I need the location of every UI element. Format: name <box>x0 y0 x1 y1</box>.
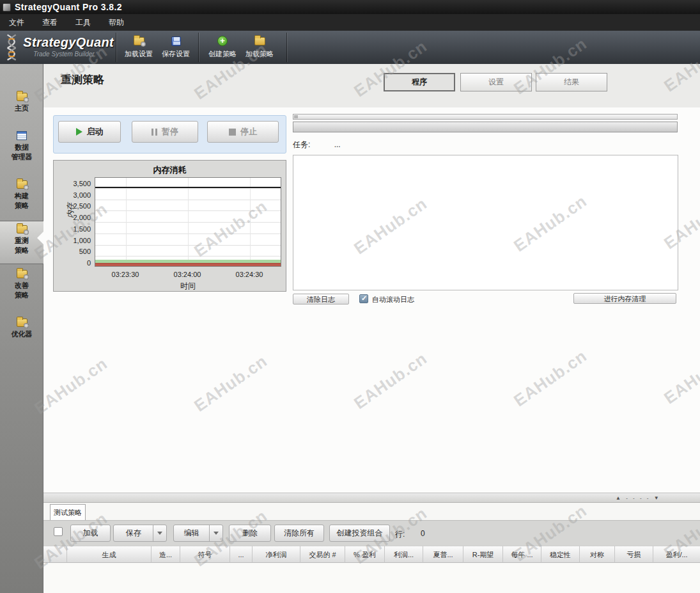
column-r-expectancy[interactable]: R-期望 <box>463 546 503 563</box>
y-tick: 3,500 <box>63 180 91 187</box>
save-split-button[interactable]: 保存 <box>113 525 167 542</box>
sidebar-item-improve-strategies[interactable]: 改善 策略 <box>0 270 43 300</box>
tab-tested-strategies[interactable]: 测试策略 <box>50 504 86 521</box>
column-symbol[interactable]: 符号 <box>180 546 230 563</box>
column-generated[interactable]: 生成 <box>67 546 152 563</box>
stop-button[interactable]: 停止 <box>207 121 279 143</box>
y-tick: 3,000 <box>63 191 91 199</box>
folder-gear-icon <box>17 319 27 327</box>
create-strategy-button[interactable]: + 创建策略 <box>205 35 240 61</box>
task-row: 任务: ... <box>293 139 341 150</box>
column-net-profit[interactable]: 净利润 <box>253 546 300 563</box>
column-profit-factor[interactable]: 利润... <box>385 546 423 563</box>
clear-all-button[interactable]: 清除所有 <box>274 525 324 542</box>
pause-icon <box>152 129 157 136</box>
create-portfolio-button[interactable]: 创建投资组合 <box>329 525 390 542</box>
column-misc[interactable]: ... <box>230 546 253 563</box>
column-stability[interactable]: 稳定性 <box>541 546 580 563</box>
load-strategy-button[interactable]: 加载策略 <box>242 35 277 61</box>
load-settings-button[interactable]: 加载设置 <box>121 35 157 61</box>
log-output[interactable] <box>293 155 678 290</box>
folder-gear-icon <box>17 225 27 233</box>
results-table-header: 生成 造... 符号 ... 净利润 交易的 # % 盈利 利润... 夏普..… <box>43 546 700 563</box>
sidebar-item-label: 策略 <box>0 290 43 300</box>
menubar: 文件 查看 工具 帮助 <box>0 14 700 31</box>
chart-plot-area <box>95 177 281 267</box>
progress-bar-small <box>293 114 678 120</box>
menu-help[interactable]: 帮助 <box>100 17 133 28</box>
save-label[interactable]: 保存 <box>114 525 153 541</box>
gridline <box>126 178 127 266</box>
column-profit-dd[interactable]: 盈利/... <box>653 546 700 563</box>
sidebar-item-optimizer[interactable]: 优化器 <box>0 319 43 339</box>
menu-tools[interactable]: 工具 <box>66 17 100 28</box>
results-table-body[interactable] <box>43 563 700 593</box>
y-axis-label: 内存 <box>65 203 76 218</box>
toolbar-separator <box>286 33 287 62</box>
autoscroll-checkbox[interactable] <box>359 294 368 303</box>
tab-settings[interactable]: 设置 <box>460 73 532 91</box>
sidebar-item-data-manager[interactable]: 数据 管理器 <box>0 131 43 162</box>
column-drawdown[interactable]: 亏损 <box>615 546 653 563</box>
sidebar: 主页 数据 管理器 构建 策略 重测 策略 改善 策略 优化器 <box>0 64 43 593</box>
menu-view[interactable]: 查看 <box>33 17 66 28</box>
save-settings-button[interactable]: 保存设置 <box>158 35 194 61</box>
chevron-down-icon <box>214 532 219 535</box>
panel-splitter[interactable]: ▲ - - - - ▼ <box>43 493 700 503</box>
used-memory-area <box>95 263 281 266</box>
tab-program[interactable]: 程序 <box>384 73 455 91</box>
delete-button[interactable]: 删除 <box>229 525 271 542</box>
sidebar-item-label: 构建 <box>0 191 43 201</box>
sidebar-item-build-strategies[interactable]: 构建 策略 <box>0 180 43 210</box>
column-pct-profit[interactable]: % 盈利 <box>345 546 385 563</box>
edit-split-button[interactable]: 编辑 <box>173 525 223 542</box>
collapse-up-icon[interactable]: ▲ <box>616 495 623 501</box>
sidebar-item-label: 策略 <box>0 201 43 210</box>
memory-limit-line <box>95 187 281 188</box>
select-all-checkbox[interactable] <box>54 527 63 536</box>
toolbar-separator <box>198 33 199 62</box>
column-timeframe[interactable]: 造... <box>152 546 180 563</box>
column-trades[interactable]: 交易的 # <box>300 546 345 563</box>
run-control-panel: 启动 暂停 停止 <box>53 115 286 154</box>
edit-dropdown-arrow[interactable] <box>209 525 222 541</box>
page-title: 重测策略 <box>61 72 104 87</box>
start-button[interactable]: 启动 <box>58 121 121 143</box>
main-toolbar: StrategyQuant Trade System Builder 加载设置 … <box>0 31 700 64</box>
y-tick: 0 <box>63 259 91 267</box>
start-label: 启动 <box>87 126 104 138</box>
save-settings-label: 保存设置 <box>158 49 194 59</box>
menu-file[interactable]: 文件 <box>0 17 33 28</box>
sidebar-item-home[interactable]: 主页 <box>0 93 43 113</box>
databank-toolbar: 加载 保存 编辑 删除 清除所有 创建投资组合 行: 0 <box>43 520 700 546</box>
collapse-down-icon[interactable]: ▼ <box>654 495 661 501</box>
gridline <box>188 178 189 266</box>
sidebar-item-label: 优化器 <box>0 329 43 339</box>
pause-button[interactable]: 暂停 <box>132 121 198 143</box>
edit-label[interactable]: 编辑 <box>174 525 209 541</box>
main-content: 重测策略 程序 设置 结果 启动 暂停 停止 内存消耗 <box>43 64 700 593</box>
column-per-year[interactable]: 每年 ... <box>503 546 541 563</box>
folder-gear-icon <box>17 93 27 101</box>
clear-log-button[interactable]: 清除日志 <box>293 294 349 304</box>
folder-gear-icon <box>17 180 27 189</box>
column-symmetry[interactable]: 对称 <box>580 546 615 563</box>
splitter-controls[interactable]: ▲ - - - - ▼ <box>616 495 661 501</box>
window-titlebar: StrategyQuant Pro 3.8.2 <box>0 0 700 14</box>
load-button[interactable]: 加载 <box>70 525 111 542</box>
gridline <box>250 178 251 266</box>
column-checkbox[interactable] <box>43 546 67 563</box>
task-label: 任务: <box>293 140 310 149</box>
save-dropdown-arrow[interactable] <box>153 525 166 541</box>
x-tick: 03:23:30 <box>105 271 145 278</box>
tab-results[interactable]: 结果 <box>536 73 607 91</box>
save-gear-icon <box>171 36 181 46</box>
autoscroll-label: 自动滚动日志 <box>372 295 414 304</box>
load-settings-label: 加载设置 <box>121 49 157 59</box>
brand-logo: StrategyQuant Trade System Builder <box>4 33 114 62</box>
column-sharpe[interactable]: 夏普... <box>423 546 463 563</box>
strategyquant-window: StrategyQuant Pro 3.8.2 文件 查看 工具 帮助 Stra… <box>0 0 700 593</box>
memory-cleanup-button[interactable]: 进行内存清理 <box>573 293 676 304</box>
plus-circle-icon: + <box>217 36 228 46</box>
sidebar-item-label: 管理器 <box>0 152 43 162</box>
